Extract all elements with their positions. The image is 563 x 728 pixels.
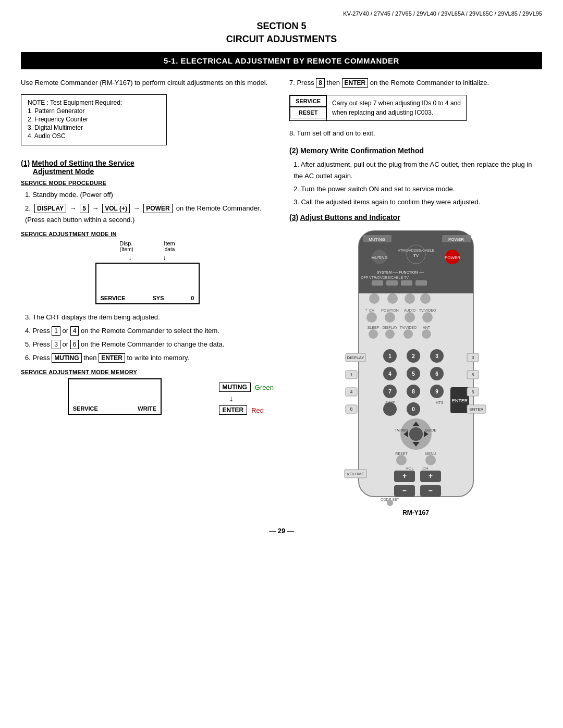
svg-text:8: 8: [412, 389, 415, 394]
left-column: Use Remote Commander (RM-Y167) to perfor…: [21, 78, 274, 516]
svg-text:8: 8: [350, 406, 352, 412]
svg-point-45: [422, 329, 431, 339]
service-adj-mode-area: SERVICE ADJUSTMENT MODE IN Disp. Item (I…: [21, 231, 274, 304]
section1-heading: (1) Method of Setting the Service Adjust…: [21, 159, 274, 176]
svg-point-26: [405, 293, 415, 304]
screen-service-label: SERVICE: [101, 295, 126, 301]
svg-text:VOLUME: VOLUME: [347, 472, 364, 476]
muting-enter-area: MUTING Green ↓ ENTER Red: [219, 382, 274, 415]
svg-text:FREEZE: FREEZE: [385, 289, 400, 293]
service-reset-buttons: SERVICE RESET: [290, 95, 327, 120]
svg-text:MUTING: MUTING: [371, 255, 388, 260]
svg-text:5: 5: [471, 372, 474, 377]
svg-text:1: 1: [388, 353, 391, 359]
write-service-label: SERVICE: [73, 405, 98, 412]
note-title: NOTE : Test Equipment Required:: [28, 99, 160, 106]
svg-text:ENTER: ENTER: [469, 407, 483, 412]
svg-text:SYSTEM ── FUNCTION ──: SYSTEM ── FUNCTION ──: [376, 270, 424, 274]
reset-btn: RESET: [290, 107, 326, 118]
screen-num: 0: [191, 295, 194, 301]
memory-heading: SERVICE ADJUSTMENT MODE MEMORY: [21, 369, 274, 375]
svg-text:4: 4: [350, 389, 352, 394]
svg-text:9: 9: [435, 389, 438, 394]
memory-section: SERVICE ADJUSTMENT MODE MEMORY SERVICE W…: [21, 369, 274, 415]
svg-point-36: [422, 312, 433, 323]
step-5: 5. Press 3 or 6 on the Remote Commander …: [25, 339, 274, 350]
svg-rect-18: [401, 280, 412, 286]
main-heading: 5-1. ELECTRICAL ADJUSTMENT BY REMOTE COM…: [21, 52, 542, 69]
svg-point-65: [383, 402, 397, 416]
svg-text:VOL: VOL: [405, 466, 414, 471]
svg-text:2: 2: [412, 353, 415, 359]
svg-text:+: +: [428, 472, 432, 480]
svg-text:3: 3: [471, 355, 474, 360]
s2-step-2: 2. Turn the power switch ON and set to s…: [293, 183, 542, 195]
svg-rect-19: [415, 280, 427, 286]
screen-content: SERVICE SYS 0: [101, 295, 194, 301]
svg-point-81: [396, 455, 407, 465]
svg-point-42: [369, 329, 378, 339]
note-item-2: 2. Frequency Counter: [28, 116, 160, 123]
enter-label: ENTER: [219, 405, 248, 415]
svg-text:DISPLAY: DISPLAY: [347, 355, 364, 360]
svg-text:POSITION: POSITION: [381, 309, 398, 312]
enter-color: Red: [251, 406, 264, 414]
svg-text:ANT: ANT: [423, 326, 431, 329]
svg-rect-17: [386, 280, 398, 286]
step-3: 3. The CRT displays the item being adjus…: [25, 312, 274, 323]
svg-text:6: 6: [471, 389, 474, 394]
step-1: 1. Standby mode. (Power off): [25, 189, 274, 201]
svg-text:TV/VTR: TV/VTR: [368, 289, 381, 293]
svg-point-43: [385, 329, 395, 339]
svg-text:TV/DBS: TV/DBS: [395, 428, 408, 432]
svg-text:CH: CH: [369, 309, 374, 312]
svg-text:POWER: POWER: [444, 255, 460, 260]
svg-text:VTR/DVDDBS/CABLE: VTR/DVDDBS/CABLE: [397, 249, 434, 252]
step-2: 2. DISPLAY → 5 → VOL (+) → POWER on the …: [25, 203, 274, 226]
svg-point-72: [409, 427, 423, 441]
write-screen: SERVICE WRITE: [68, 378, 162, 415]
item-arrow: ↓: [163, 254, 166, 262]
svg-text:4: 4: [388, 371, 391, 377]
svg-point-82: [425, 455, 436, 465]
svg-point-44: [403, 329, 413, 339]
service-screen: SERVICE SYS 0: [95, 263, 200, 304]
procedure-list: 1. Standby mode. (Power off) 2. DISPLAY …: [21, 189, 274, 226]
svg-text:–: –: [429, 486, 433, 495]
svg-point-34: [385, 312, 395, 323]
svg-text:+: +: [402, 472, 406, 480]
svg-text:SWAP: SWAP: [404, 289, 415, 293]
svg-text:1: 1: [350, 372, 352, 377]
step-6: 6. Press MUTING then ENTER to write into…: [25, 352, 274, 364]
svg-text:MENU: MENU: [425, 452, 436, 455]
svg-point-35: [405, 312, 415, 323]
svg-text:RESET: RESET: [395, 452, 408, 455]
screen-sys-label: SYS: [152, 295, 164, 301]
svg-text:+: +: [365, 307, 368, 312]
disp-sublabel: (Item): [120, 246, 133, 252]
svg-text:TV: TV: [413, 253, 419, 258]
note-item-4: 4. Audio OSC: [28, 132, 160, 140]
note-box: NOTE : Test Equipment Required: 1. Patte…: [21, 94, 167, 145]
svg-text:PIP: PIP: [422, 289, 429, 293]
model-numbers: KV-27V40 / 27V45 / 27V65 / 29VL40 / 29VL…: [21, 10, 542, 17]
svg-text:TV/VIDEO: TV/VIDEO: [399, 326, 417, 329]
svg-point-33: [366, 312, 377, 323]
svg-text:–: –: [402, 486, 407, 495]
data-sublabel: data: [165, 246, 175, 252]
write-label: WRITE: [138, 405, 156, 412]
adj-mode-heading: SERVICE ADJUSTMENT MODE IN: [21, 231, 274, 237]
section-number: SECTION 5: [21, 21, 542, 32]
svg-text:TV/VIDEO: TV/VIDEO: [419, 309, 436, 312]
muting-label: MUTING: [219, 382, 251, 392]
remote-area: MUTING POWER MUTING VTR/DVDDBS/CABLE TV …: [289, 226, 542, 516]
svg-point-25: [387, 293, 398, 304]
section-title: CIRCUIT ADJUSTMENTS: [21, 34, 542, 45]
svg-text:OFF VTR/DVDBS/CABLE TV: OFF VTR/DVDBS/CABLE TV: [361, 276, 409, 279]
service-reset-area: SERVICE RESET Carry out step 7 when adju…: [289, 95, 467, 121]
svg-point-94: [387, 500, 393, 506]
svg-text:SLEEP: SLEEP: [367, 326, 379, 329]
svg-text:3: 3: [435, 353, 438, 359]
svg-text:MTS: MTS: [435, 401, 443, 404]
procedure-heading: SERVICE MODE PROCEDURE: [21, 180, 274, 186]
